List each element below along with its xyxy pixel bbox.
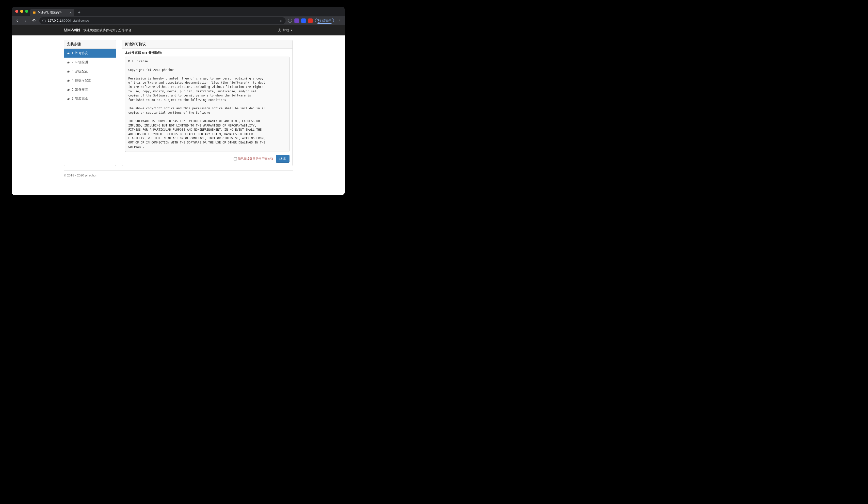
extension-icon-1[interactable] — [288, 19, 292, 23]
agree-checkbox[interactable] — [234, 157, 237, 160]
license-text[interactable]: MIT License Copyright (c) 2018 phachon P… — [125, 56, 289, 152]
browser-window: MM-Wiki 安装向导 ✕ ＋ i 127.0.0.1:8090/instal… — [12, 7, 345, 195]
tab-title: MM-Wiki 安装向导 — [38, 11, 62, 15]
steps-list: 1. 许可协议2. 环境检测3. 系统配置4. 数据库配置5. 准备安装6. 安… — [64, 49, 116, 103]
minimize-window-button[interactable] — [20, 10, 23, 13]
step-label: 2. 环境检测 — [72, 60, 88, 64]
profile-avatar-icon: P — [317, 19, 321, 23]
app-brand: MM-Wiki — [64, 28, 80, 33]
sidebar-step-1[interactable]: 1. 许可协议 — [64, 49, 116, 58]
license-panel: 阅读许可协议 本软件遵循 MIT 开源协议: MIT License Copyr… — [122, 40, 293, 166]
thumbs-up-icon — [67, 61, 70, 64]
extension-icon-4[interactable] — [308, 19, 313, 23]
profile-label: 已暂停 — [322, 19, 331, 23]
browser-tab[interactable]: MM-Wiki 安装向导 ✕ — [30, 9, 74, 16]
thumbs-up-icon — [67, 70, 70, 73]
app-header: MM-Wiki 快速构建团队协作与知识分享平台 ? 帮助 ▼ — [12, 25, 345, 35]
sidebar-step-6[interactable]: 6. 安装完成 — [64, 94, 116, 103]
step-label: 4. 数据库配置 — [72, 78, 91, 83]
license-panel-title: 阅读许可协议 — [122, 40, 292, 49]
agree-checkbox-label[interactable]: 我已阅读并同意使用该协议 — [234, 157, 273, 161]
agree-text: 我已阅读并同意使用该协议 — [238, 157, 273, 161]
url-text: 127.0.0.1:8090/install/license — [48, 19, 89, 22]
thumbs-up-icon — [67, 79, 70, 82]
extension-icon-3[interactable] — [301, 19, 306, 23]
close-window-button[interactable] — [15, 10, 18, 13]
extension-icon-2[interactable] — [294, 19, 299, 23]
thumbs-up-icon — [67, 97, 70, 101]
help-label: 帮助 — [282, 28, 289, 32]
tab-favicon-icon — [32, 11, 36, 14]
license-section-label: 本软件遵循 MIT 开源协议: — [122, 49, 292, 56]
thumbs-up-icon — [67, 52, 70, 55]
window-controls — [15, 10, 28, 13]
caret-down-icon: ▼ — [290, 29, 293, 32]
thumbs-up-icon — [67, 88, 70, 91]
bookmark-star-icon[interactable]: ☆ — [280, 19, 282, 22]
address-bar[interactable]: i 127.0.0.1:8090/install/license ☆ — [39, 17, 286, 24]
app-tagline: 快速构建团队协作与知识分享平台 — [83, 28, 132, 32]
extensions — [288, 19, 313, 23]
browser-toolbar: i 127.0.0.1:8090/install/license ☆ P 已暂停… — [12, 16, 345, 25]
sidebar-step-2[interactable]: 2. 环境检测 — [64, 58, 116, 67]
step-label: 3. 系统配置 — [72, 69, 88, 74]
sidebar-step-5[interactable]: 5. 准备安装 — [64, 85, 116, 94]
reload-button[interactable] — [31, 18, 37, 24]
copyright: © 2018 - 2020 phachon — [64, 174, 293, 182]
back-button[interactable] — [14, 18, 20, 24]
step-label: 5. 准备安装 — [72, 87, 88, 92]
new-tab-button[interactable]: ＋ — [76, 9, 83, 16]
tab-close-icon[interactable]: ✕ — [69, 11, 72, 14]
sidebar-step-3[interactable]: 3. 系统配置 — [64, 67, 116, 76]
step-label: 1. 许可协议 — [72, 51, 88, 55]
step-label: 6. 安装完成 — [72, 96, 88, 101]
continue-button[interactable]: 继续 — [276, 155, 289, 163]
profile-button[interactable]: P 已暂停 — [315, 18, 334, 24]
page-content: MM-Wiki 快速构建团队协作与知识分享平台 ? 帮助 ▼ 安装步骤 1. 许… — [12, 25, 345, 195]
steps-panel: 安装步骤 1. 许可协议2. 环境检测3. 系统配置4. 数据库配置5. 准备安… — [64, 40, 116, 166]
help-icon: ? — [278, 29, 281, 32]
maximize-window-button[interactable] — [25, 10, 28, 13]
license-actions: 我已阅读并同意使用该协议 继续 — [122, 152, 292, 166]
site-info-icon[interactable]: i — [42, 19, 46, 22]
titlebar: MM-Wiki 安装向导 ✕ ＋ — [12, 7, 345, 16]
svg-rect-1 — [33, 12, 36, 12]
browser-menu-icon[interactable]: ⋮ — [336, 18, 342, 23]
help-menu[interactable]: ? 帮助 ▼ — [278, 28, 293, 32]
steps-panel-title: 安装步骤 — [64, 40, 116, 49]
forward-button[interactable] — [23, 18, 29, 24]
sidebar-step-4[interactable]: 4. 数据库配置 — [64, 76, 116, 85]
